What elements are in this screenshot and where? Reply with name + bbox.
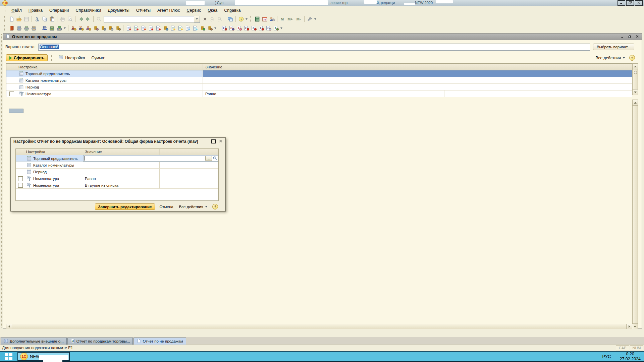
cash-register-icon[interactable] [56, 25, 63, 32]
sum-person-3-icon[interactable]: Σ [235, 25, 243, 32]
forward-icon[interactable] [85, 16, 92, 23]
report-horizontal-scrollbar[interactable] [6, 324, 632, 329]
help-button[interactable]: ? [212, 204, 218, 209]
sum-check-icon[interactable]: Σ [272, 25, 279, 32]
tab-additional-external[interactable]: Дополнительные внешние о... [1, 338, 67, 345]
start-button[interactable] [0, 352, 17, 361]
choose-value-button[interactable]: ... [205, 156, 212, 161]
table-row[interactable]: Торговый представитель [6, 70, 632, 77]
doc-chart-icon[interactable] [132, 25, 140, 32]
all-actions-button[interactable]: Все действия [178, 204, 209, 209]
money-stack-icon[interactable] [107, 25, 114, 32]
find-previous-icon[interactable] [209, 16, 216, 23]
sum-person-1-icon[interactable]: Σ [221, 25, 228, 32]
menu-item-файл[interactable]: Файл [8, 7, 25, 14]
print-preview-icon[interactable] [66, 16, 73, 23]
info-icon[interactable] [237, 16, 245, 23]
minus-coins-icon[interactable] [206, 25, 213, 32]
dropdown-caret-icon[interactable] [280, 27, 282, 29]
scroll-corner-down-button[interactable] [632, 324, 638, 329]
menu-item-справочники[interactable]: Справочники [72, 7, 104, 14]
table-vertical-scrollbar[interactable] [632, 63, 638, 95]
cash-scale-icon[interactable] [48, 25, 55, 32]
quick-search-input[interactable] [104, 16, 194, 22]
choose-variant-button[interactable]: Выбрать вариант... [593, 44, 634, 50]
toolbar-grip[interactable] [250, 16, 252, 22]
coins-cycle-icon[interactable] [162, 25, 169, 32]
tab-sales-report[interactable]: Отчет по продажам торговы... [67, 338, 133, 345]
column-header[interactable]: Значение [203, 64, 632, 70]
calendar-icon[interactable]: 31 [261, 16, 268, 23]
print-form-2-icon[interactable] [23, 25, 30, 32]
combo-dropdown-icon[interactable] [194, 16, 200, 23]
person-coins-icon[interactable] [92, 25, 99, 32]
menu-item-правка[interactable]: Правка [25, 7, 46, 14]
scroll-up-button[interactable] [633, 64, 638, 69]
all-actions-button[interactable]: Все действия [594, 55, 627, 61]
book-icon[interactable] [8, 25, 15, 32]
new-document-icon[interactable] [8, 16, 15, 23]
window-close-icon[interactable] [635, 34, 639, 40]
menu-item-операции[interactable]: Операции [46, 7, 72, 14]
find-icon[interactable] [95, 16, 102, 23]
minimize-button[interactable] [618, 0, 625, 6]
doc-refresh-icon[interactable] [192, 25, 199, 32]
memory-plus-button[interactable]: M+ [286, 16, 294, 22]
scroll-right-button[interactable] [626, 324, 632, 329]
sum-flag-3-icon[interactable]: Σ [258, 25, 265, 32]
table-row[interactable]: Номенклатура Равно [6, 90, 632, 97]
plus-coins-icon[interactable] [199, 25, 206, 32]
settings-button[interactable]: Настройка [57, 54, 86, 62]
menu-item-документы[interactable]: Документы [104, 7, 132, 14]
column-header[interactable]: Настройка [17, 64, 203, 70]
dropdown-caret-icon[interactable] [214, 27, 216, 29]
sum-doc-icon[interactable]: Σ [265, 25, 272, 32]
close-button[interactable] [635, 0, 643, 6]
row-checkbox[interactable] [9, 92, 14, 96]
doc-coins-icon[interactable] [169, 25, 176, 32]
calculator-icon[interactable] [254, 16, 261, 23]
user-permissions-icon[interactable] [268, 16, 275, 23]
splitter-grip[interactable] [1, 34, 2, 327]
menu-item-отчеты[interactable]: Отчеты [133, 7, 154, 14]
basket-person-2-icon[interactable] [85, 25, 92, 32]
find-next-icon[interactable] [216, 16, 223, 23]
restore-button[interactable] [626, 0, 634, 6]
service-settings-icon[interactable] [306, 16, 313, 23]
menu-item-агент плюс[interactable]: Агент Плюс [154, 7, 183, 14]
save-icon[interactable] [23, 16, 30, 23]
open-list-icon[interactable] [213, 156, 217, 161]
doc-arrow-icon[interactable] [177, 25, 184, 32]
toolbar-grip[interactable] [5, 7, 7, 13]
window-minimize-icon[interactable] [621, 34, 625, 40]
dialog-close-icon[interactable] [219, 138, 223, 144]
memory-button[interactable]: M [279, 16, 285, 22]
table-row[interactable]: Номенклатура Равно [16, 175, 218, 182]
dropdown-caret-icon[interactable] [246, 18, 248, 20]
tab-no-sales-report[interactable]: Отчет по не продажам [133, 338, 186, 345]
coins-icon[interactable] [114, 25, 121, 32]
cut-icon[interactable] [34, 16, 41, 23]
table-row[interactable]: Период [16, 169, 218, 175]
language-indicator[interactable]: РУС [602, 354, 611, 359]
print-form-3-icon[interactable] [30, 25, 37, 32]
row-checkbox[interactable] [18, 176, 23, 181]
table-row[interactable]: Каталог номенклатуры [16, 162, 218, 169]
dropdown-caret-icon[interactable] [314, 18, 316, 20]
taskbar-clock[interactable]: 0:20 27.02.2024 [620, 352, 641, 362]
doc-lines-icon[interactable] [184, 25, 191, 32]
table-row[interactable]: Номенклатура В группе из списка [16, 182, 218, 189]
menu-item-сервис[interactable]: Сервис [183, 7, 204, 14]
print-icon[interactable] [59, 16, 66, 23]
cancel-button[interactable]: Отмена [158, 204, 174, 209]
finish-editing-button[interactable]: Завершить редактирование [95, 203, 155, 210]
value-edit-field[interactable]: ... [83, 155, 218, 162]
paste-icon[interactable] [48, 16, 55, 23]
warehouse-coins-icon[interactable] [100, 25, 107, 32]
sum-person-2-icon[interactable]: Σ [228, 25, 235, 32]
help-button[interactable]: ? [629, 55, 635, 61]
dialog-titlebar[interactable]: Настройки: Отчет по не продажам Вариант:… [11, 138, 225, 145]
table-row[interactable]: Каталог номенклатуры [6, 77, 632, 84]
scroll-up-button[interactable] [633, 100, 638, 106]
sales-person-icon[interactable] [70, 25, 77, 32]
